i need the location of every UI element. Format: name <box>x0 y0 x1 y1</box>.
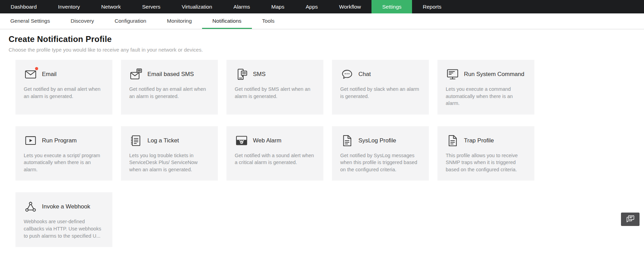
page-title: Create Notification Profile <box>9 34 644 44</box>
profile-card-title: Email <box>42 71 57 78</box>
profile-card-email-based-sms[interactable]: Email based SMSGet notified by an email … <box>121 60 218 115</box>
card-header: Chat <box>340 67 421 81</box>
profile-card-trap-profile[interactable]: Trap ProfileThis profile allows you to r… <box>437 126 534 181</box>
system-command-icon <box>446 67 459 81</box>
top-nav: DashboardInventoryNetworkServersVirtuali… <box>0 0 644 13</box>
sub-nav-general-settings[interactable]: General Settings <box>0 13 60 29</box>
profile-card-syslog-profile[interactable]: SysLog ProfileGet notified by SysLog mes… <box>332 126 429 181</box>
profile-card-title: Trap Profile <box>464 137 494 144</box>
card-header: Log a Ticket <box>129 134 210 148</box>
email-sms-icon <box>129 67 143 81</box>
top-nav-workflow[interactable]: Workflow <box>329 0 371 13</box>
email-icon <box>24 67 37 81</box>
card-header: Email <box>24 67 104 81</box>
card-header: Run System Command <box>446 67 526 81</box>
profile-card-description: Lets you log trouble tickets in ServiceD… <box>129 152 210 173</box>
top-nav-apps[interactable]: Apps <box>295 0 328 13</box>
profile-card-web-alarm[interactable]: Web AlarmGet notified with a sound alert… <box>226 126 323 181</box>
top-nav-inventory[interactable]: Inventory <box>47 0 91 13</box>
profile-card-email[interactable]: EmailGet notified by an email alert when… <box>15 60 112 115</box>
feedback-button[interactable] <box>621 213 640 226</box>
run-program-icon <box>24 134 37 148</box>
profile-card-title: Chat <box>358 71 371 78</box>
profile-card-invoke-a-webhook[interactable]: Invoke a WebhookWebhooks are user-define… <box>15 192 112 247</box>
notification-dot <box>35 67 38 70</box>
trap-icon <box>446 134 459 148</box>
profile-card-chat[interactable]: ChatGet notified by slack when an alarm … <box>332 60 429 115</box>
profile-card-description: This profile allows you to receive SNMP … <box>446 152 526 173</box>
page-subtitle: Choose the profile type you would like t… <box>9 47 644 53</box>
profile-card-description: Webhooks are user-defined callbacks via … <box>24 218 104 239</box>
main-content: Create Notification Profile Choose the p… <box>0 29 644 247</box>
profile-card-title: Log a Ticket <box>147 137 179 144</box>
card-header: Web Alarm <box>235 134 315 148</box>
profile-card-grid: EmailGet notified by an email alert when… <box>15 60 644 247</box>
sub-nav-tools[interactable]: Tools <box>252 13 285 29</box>
profile-card-title: Run Program <box>42 137 77 144</box>
sub-nav-configuration[interactable]: Configuration <box>104 13 157 29</box>
chat-icon <box>340 67 354 81</box>
profile-card-description: Get notified by an email alert when an a… <box>24 86 104 100</box>
profile-card-sms[interactable]: SMSGet notified by SMS alert when an ala… <box>226 60 323 115</box>
top-nav-dashboard[interactable]: Dashboard <box>0 0 47 13</box>
profile-card-log-a-ticket[interactable]: Log a TicketLets you log trouble tickets… <box>121 126 218 181</box>
sms-icon <box>235 67 248 81</box>
top-nav-alarms[interactable]: Alarms <box>223 0 260 13</box>
profile-card-title: Web Alarm <box>253 137 281 144</box>
profile-card-description: Lets you execute a command automatically… <box>446 86 526 107</box>
sub-nav-notifications[interactable]: Notifications <box>202 13 252 29</box>
profile-card-description: Get notified with a sound alert when a c… <box>235 152 315 166</box>
profile-card-description: Get notified by SysLog messages when thi… <box>340 152 421 173</box>
sub-nav-monitoring[interactable]: Monitoring <box>157 13 202 29</box>
feedback-chat-icon <box>626 214 635 225</box>
profile-card-run-program[interactable]: Run ProgramLets you execute a script/ pr… <box>15 126 112 181</box>
profile-card-title: Email based SMS <box>147 71 194 78</box>
ticket-icon <box>129 134 143 148</box>
card-header: Trap Profile <box>446 134 526 148</box>
sub-nav-discovery[interactable]: Discovery <box>60 13 104 29</box>
profile-card-title: SMS <box>253 71 266 78</box>
profile-card-title: Invoke a Webhook <box>42 203 90 210</box>
card-header: SysLog Profile <box>340 134 421 148</box>
settings-sub-nav: General SettingsDiscoveryConfigurationMo… <box>0 13 644 29</box>
card-header: Invoke a Webhook <box>24 200 104 214</box>
top-nav-servers[interactable]: Servers <box>131 0 171 13</box>
profile-card-description: Get notified by SMS alert when an alarm … <box>235 86 315 100</box>
webhook-icon <box>24 200 37 214</box>
top-nav-virtualization[interactable]: Virtualization <box>171 0 223 13</box>
profile-card-title: Run System Command <box>464 71 524 78</box>
card-header: Email based SMS <box>129 67 210 81</box>
profile-card-description: Lets you execute a script/ program autom… <box>24 152 104 173</box>
top-nav-network[interactable]: Network <box>91 0 132 13</box>
top-nav-maps[interactable]: Maps <box>261 0 295 13</box>
profile-card-description: Get notified by an email alert when an a… <box>129 86 210 100</box>
card-header: SMS <box>235 67 315 81</box>
web-alarm-icon <box>235 134 248 148</box>
profile-card-title: SysLog Profile <box>358 137 396 144</box>
profile-card-run-system-command[interactable]: Run System CommandLets you execute a com… <box>437 60 534 115</box>
top-nav-settings[interactable]: Settings <box>371 0 412 13</box>
profile-card-description: Get notified by slack when an alarm is g… <box>340 86 421 100</box>
syslog-icon <box>340 134 354 148</box>
card-header: Run Program <box>24 134 104 148</box>
top-nav-reports[interactable]: Reports <box>412 0 452 13</box>
